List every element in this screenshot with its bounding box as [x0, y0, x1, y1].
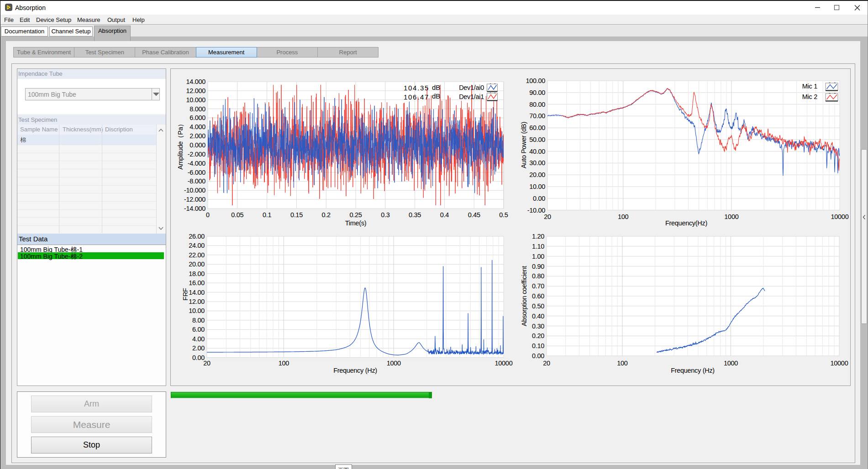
svg-text:0.90: 0.90 [532, 263, 544, 270]
svg-text:14.000: 14.000 [186, 78, 205, 85]
svg-text:0.3: 0.3 [381, 211, 389, 219]
svg-text:0.80: 0.80 [532, 272, 544, 280]
svg-text:100.00: 100.00 [526, 77, 545, 84]
svg-text:20: 20 [543, 360, 550, 367]
svg-text:70.00: 70.00 [529, 112, 545, 120]
svg-text:0.30: 0.30 [532, 323, 544, 330]
svg-text:20: 20 [544, 213, 551, 220]
svg-text:6.00: 6.00 [192, 326, 205, 333]
svg-text:Dev1/ai0: Dev1/ai0 [459, 84, 484, 91]
svg-text:Dev1/ai1: Dev1/ai1 [459, 93, 484, 100]
svg-text:80.00: 80.00 [529, 101, 545, 108]
svg-text:106.47: 106.47 [404, 93, 429, 101]
svg-text:Mic 1: Mic 1 [802, 83, 817, 90]
svg-text:20: 20 [203, 360, 210, 367]
svg-text:14.00: 14.00 [189, 289, 205, 296]
svg-text:24.00: 24.00 [189, 242, 205, 249]
svg-text:22.00: 22.00 [189, 251, 205, 259]
svg-text:Auto Power (dB): Auto Power (dB) [520, 122, 527, 168]
svg-text:100: 100 [618, 213, 629, 220]
svg-text:1000: 1000 [724, 213, 738, 220]
svg-text:12.000: 12.000 [186, 87, 205, 94]
svg-text:0.2: 0.2 [322, 211, 331, 219]
svg-text:1.20: 1.20 [532, 233, 544, 240]
svg-text:Frequency (Hz): Frequency (Hz) [333, 367, 377, 374]
svg-text:20.00: 20.00 [529, 171, 545, 178]
svg-text:Amplitude（Pa）: Amplitude（Pa） [177, 120, 184, 169]
svg-text:0.10: 0.10 [532, 342, 544, 349]
svg-text:Time(s): Time(s) [345, 219, 367, 227]
svg-text:0.00: 0.00 [192, 354, 205, 361]
svg-text:1000: 1000 [387, 360, 401, 367]
svg-text:26.00: 26.00 [189, 233, 205, 240]
svg-text:-8.000: -8.000 [188, 177, 206, 185]
svg-text:dB: dB [432, 83, 440, 91]
svg-text:8.000: 8.000 [189, 105, 205, 113]
svg-text:0: 0 [206, 211, 210, 219]
svg-text:8.00: 8.00 [192, 317, 205, 324]
svg-text:1.00: 1.00 [532, 253, 544, 260]
svg-text:0.45: 0.45 [468, 211, 480, 219]
svg-text:1.10: 1.10 [532, 243, 544, 250]
svg-text:10.000: 10.000 [186, 96, 205, 104]
svg-text:0.000: 0.000 [189, 141, 205, 149]
svg-text:Absorption coefficient: Absorption coefficient [521, 266, 528, 326]
svg-text:6.000: 6.000 [189, 114, 205, 121]
svg-text:10.00: 10.00 [529, 183, 545, 190]
svg-text:0.15: 0.15 [290, 211, 303, 219]
svg-text:-4.000: -4.000 [188, 160, 206, 167]
svg-text:12.00: 12.00 [189, 298, 205, 305]
svg-text:-6.000: -6.000 [188, 169, 206, 176]
svg-text:0.70: 0.70 [532, 282, 544, 290]
svg-text:20.00: 20.00 [189, 261, 205, 268]
svg-text:0.1: 0.1 [263, 211, 271, 219]
svg-text:10000: 10000 [831, 360, 848, 367]
svg-text:100: 100 [617, 360, 628, 367]
svg-text:104.35: 104.35 [404, 84, 429, 92]
svg-text:dB: dB [432, 92, 440, 100]
svg-text:0.5: 0.5 [499, 211, 508, 219]
svg-text:0.25: 0.25 [349, 211, 362, 219]
svg-text:10.00: 10.00 [189, 307, 205, 314]
svg-text:4.00: 4.00 [192, 335, 205, 343]
svg-text:0.4: 0.4 [440, 211, 449, 219]
svg-text:0.05: 0.05 [231, 211, 243, 219]
svg-text:-10.00: -10.00 [527, 207, 546, 214]
svg-text:-2.000: -2.000 [188, 151, 206, 158]
svg-text:-14.000: -14.000 [184, 205, 205, 212]
svg-text:0.50: 0.50 [532, 302, 544, 310]
svg-text:100: 100 [279, 360, 289, 367]
svg-text:2.000: 2.000 [189, 132, 205, 140]
svg-text:Mic 2: Mic 2 [802, 93, 817, 100]
svg-text:-12.000: -12.000 [184, 196, 205, 203]
svg-text:Frequency (Hz): Frequency (Hz) [671, 367, 715, 374]
svg-text:60.00: 60.00 [529, 124, 545, 131]
svg-text:50.00: 50.00 [529, 136, 545, 143]
svg-text:0.00: 0.00 [532, 352, 544, 360]
svg-text:40.00: 40.00 [529, 148, 545, 155]
svg-text:10000: 10000 [495, 360, 513, 367]
svg-text:90.00: 90.00 [529, 89, 545, 96]
svg-text:18.00: 18.00 [189, 270, 205, 277]
svg-text:2.00: 2.00 [192, 344, 205, 352]
svg-text:FRF: FRF [182, 288, 189, 301]
svg-text:0.20: 0.20 [532, 332, 544, 339]
svg-text:10000: 10000 [831, 213, 849, 220]
svg-text:30.00: 30.00 [529, 159, 545, 167]
svg-text:-10.000: -10.000 [184, 187, 205, 194]
svg-text:1000: 1000 [724, 360, 738, 367]
svg-text:0.35: 0.35 [409, 211, 421, 219]
svg-text:0.60: 0.60 [532, 292, 544, 300]
svg-text:0.40: 0.40 [532, 313, 544, 320]
svg-text:16.00: 16.00 [189, 279, 205, 287]
svg-text:Frequency(Hz): Frequency(Hz) [665, 219, 707, 227]
svg-text:4.000: 4.000 [189, 123, 205, 130]
svg-text:0.00: 0.00 [533, 195, 545, 202]
